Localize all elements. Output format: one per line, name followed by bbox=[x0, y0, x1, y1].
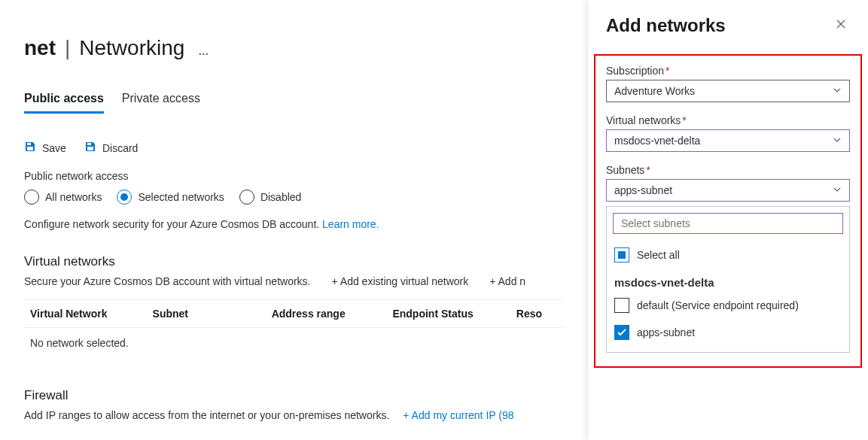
col-address: Address range bbox=[272, 308, 393, 320]
subnets-dropdown: Select all msdocs-vnet-delta default (Se… bbox=[606, 206, 850, 353]
chevron-down-icon bbox=[833, 85, 842, 97]
vnets-subtext: Secure your Azure Cosmos DB account with… bbox=[24, 275, 311, 287]
col-subnet: Subnet bbox=[153, 308, 272, 320]
chevron-down-icon bbox=[833, 184, 842, 196]
tabs: Public access Private access bbox=[24, 92, 563, 114]
col-resource: Reso bbox=[516, 308, 557, 320]
highlight-box: Subscription* Adventure Works Virtual ne… bbox=[594, 54, 862, 368]
vnets-table-header: Virtual Network Subnet Address range End… bbox=[24, 299, 563, 328]
firewall-heading: Firewall bbox=[24, 388, 563, 403]
add-existing-vnet-link[interactable]: + Add existing virtual network bbox=[332, 275, 469, 287]
col-vnet: Virtual Network bbox=[30, 308, 153, 320]
vnet-select[interactable]: msdocs-vnet-delta bbox=[606, 129, 850, 152]
subnets-field: Subnets* apps-subnet Select all msdocs-v… bbox=[606, 164, 850, 353]
save-button[interactable]: Save bbox=[24, 141, 66, 155]
radio-all-networks[interactable]: All networks bbox=[24, 190, 102, 205]
subnet-option-apps[interactable]: apps-subnet bbox=[613, 319, 843, 346]
checkbox-unchecked-icon bbox=[614, 298, 629, 313]
add-new-vnet-link[interactable]: + Add n bbox=[489, 275, 525, 287]
radio-disabled[interactable]: Disabled bbox=[239, 190, 301, 205]
subscription-value: Adventure Works bbox=[614, 85, 695, 97]
col-endpoint: Endpoint Status bbox=[392, 308, 516, 320]
toolbar: Save Discard bbox=[24, 141, 563, 155]
vnets-subrow: Secure your Azure Cosmos DB account with… bbox=[24, 269, 563, 287]
learn-more-link[interactable]: Learn more. bbox=[322, 218, 379, 230]
save-icon bbox=[24, 141, 36, 155]
select-all-option[interactable]: Select all bbox=[613, 241, 843, 269]
subscription-field: Subscription* Adventure Works bbox=[606, 65, 850, 102]
radio-icon bbox=[239, 190, 254, 205]
subscription-select[interactable]: Adventure Works bbox=[606, 80, 850, 102]
tab-public-access[interactable]: Public access bbox=[24, 92, 104, 114]
radio-label: Disabled bbox=[260, 191, 301, 203]
checkbox-indeterminate-icon bbox=[614, 247, 629, 262]
radio-icon bbox=[117, 190, 132, 205]
discard-label: Discard bbox=[102, 142, 138, 154]
radio-icon bbox=[24, 190, 39, 205]
public-network-access-label: Public network access bbox=[24, 170, 563, 182]
group-label: msdocs-vnet-delta bbox=[613, 269, 843, 292]
page-header: net | Networking … bbox=[24, 0, 563, 60]
search-input[interactable] bbox=[613, 213, 843, 234]
firewall-subtext: Add IP ranges to allow access from the i… bbox=[24, 409, 389, 421]
select-all-label: Select all bbox=[637, 249, 680, 261]
radio-selected-networks[interactable]: Selected networks bbox=[117, 190, 224, 205]
discard-icon bbox=[84, 141, 96, 155]
radio-label: Selected networks bbox=[138, 191, 224, 203]
close-button[interactable] bbox=[832, 15, 850, 36]
svg-rect-1 bbox=[91, 147, 92, 150]
vnets-table-empty: No network selected. bbox=[24, 328, 563, 358]
firewall-subrow: Add IP ranges to allow access from the i… bbox=[24, 409, 563, 421]
close-icon bbox=[835, 20, 847, 32]
subnet-option-default[interactable]: default (Service endpoint required) bbox=[613, 292, 843, 319]
help-text: Configure network security for your Azur… bbox=[24, 218, 563, 230]
panel-title: Add networks bbox=[606, 15, 726, 36]
more-menu-button[interactable]: … bbox=[198, 45, 210, 57]
svg-rect-0 bbox=[89, 147, 90, 150]
subnets-select[interactable]: apps-subnet bbox=[606, 179, 850, 202]
option-label: apps-subnet bbox=[637, 326, 695, 338]
discard-button[interactable]: Discard bbox=[84, 141, 138, 155]
page-title: Networking bbox=[79, 36, 184, 60]
subscription-label: Subscription* bbox=[606, 65, 850, 77]
subnets-value: apps-subnet bbox=[614, 184, 672, 196]
vnet-label: Virtual networks* bbox=[606, 114, 850, 126]
vnet-value: msdocs-vnet-delta bbox=[614, 135, 700, 147]
option-label: default (Service endpoint required) bbox=[637, 299, 799, 311]
vnet-field: Virtual networks* msdocs-vnet-delta bbox=[606, 114, 850, 152]
radio-label: All networks bbox=[45, 191, 102, 203]
subnets-label: Subnets* bbox=[606, 164, 850, 176]
add-current-ip-link[interactable]: + Add my current IP (98 bbox=[403, 409, 513, 421]
network-access-radio-group: All networks Selected networks Disabled bbox=[24, 190, 563, 205]
vnets-heading: Virtual networks bbox=[24, 254, 563, 269]
title-prefix: net bbox=[24, 36, 56, 60]
save-label: Save bbox=[42, 142, 66, 154]
chevron-down-icon bbox=[833, 135, 842, 147]
title-separator: | bbox=[65, 36, 70, 60]
panel-header: Add networks bbox=[588, 0, 868, 45]
tab-private-access[interactable]: Private access bbox=[122, 92, 200, 114]
add-networks-panel: Add networks Subscription* Adventure Wor… bbox=[587, 0, 868, 440]
checkbox-checked-icon bbox=[614, 325, 629, 340]
